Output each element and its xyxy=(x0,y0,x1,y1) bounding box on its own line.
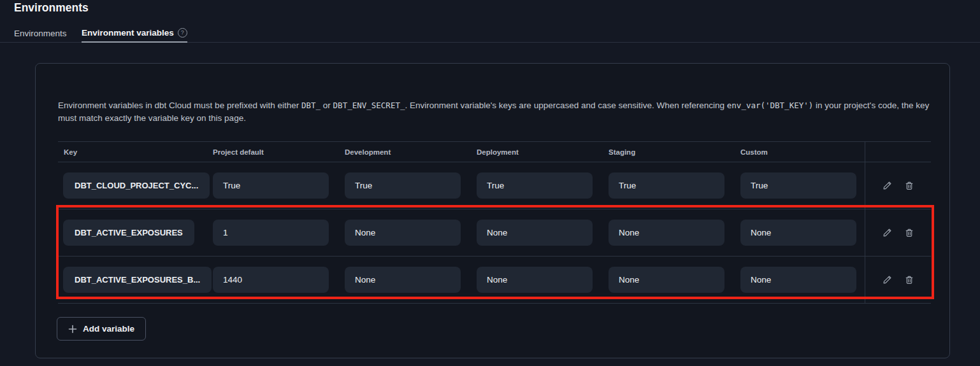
row-actions xyxy=(865,257,931,303)
delete-variable-button[interactable] xyxy=(903,179,916,192)
add-variable-label: Add variable xyxy=(83,324,134,334)
env-var-value-pill: 1440 xyxy=(213,267,329,293)
tab-environments-label: Environments xyxy=(14,29,67,38)
env-var-value-pill: None xyxy=(345,220,461,246)
column-header-key: Key xyxy=(58,142,213,162)
column-header-project-default: Project default xyxy=(213,142,345,162)
tab-environment-variables-label: Environment variables xyxy=(82,28,174,38)
table-header-row: Key Project default Development Deployme… xyxy=(58,141,931,162)
pencil-icon xyxy=(882,180,893,191)
env-var-key-pill: DBT_CLOUD_PROJECT_CYC... xyxy=(63,172,210,199)
description-part: . Environment variable's keys are upperc… xyxy=(405,101,726,110)
table-row: DBT_ACTIVE_EXPOSURES_B... 1440 None None… xyxy=(58,257,931,304)
code-env-var-reference: env_var('DBT_KEY') xyxy=(727,101,813,110)
table-row: DBT_CLOUD_PROJECT_CYC... True True True … xyxy=(58,162,931,209)
edit-variable-button[interactable] xyxy=(881,227,893,239)
delete-variable-button[interactable] xyxy=(903,227,916,239)
tab-bar: Environments Environment variables ? xyxy=(0,24,980,43)
row-actions xyxy=(865,162,931,209)
env-var-value-pill: None xyxy=(609,220,724,246)
environment-variables-table: Key Project default Development Deployme… xyxy=(58,141,931,304)
tab-environment-variables[interactable]: Environment variables ? xyxy=(82,24,187,43)
env-var-value-pill: 1 xyxy=(213,220,329,246)
delete-variable-button[interactable] xyxy=(903,274,916,286)
tab-environments[interactable]: Environments xyxy=(14,24,67,42)
description-part: or xyxy=(321,101,333,110)
env-var-value-pill: True xyxy=(213,172,329,199)
description-part: Environment variables in dbt Cloud must … xyxy=(58,101,301,110)
column-header-custom: Custom xyxy=(740,142,865,162)
add-variable-button[interactable]: Add variable xyxy=(57,317,146,341)
column-header-development: Development xyxy=(345,142,477,162)
edit-variable-button[interactable] xyxy=(881,274,893,286)
pencil-icon xyxy=(882,274,893,285)
env-var-value-pill: True xyxy=(740,172,856,199)
env-var-value-pill: True xyxy=(345,172,461,199)
env-var-value-pill: None xyxy=(477,267,593,293)
column-header-deployment: Deployment xyxy=(477,142,609,162)
code-dbt-env-secret-prefix: DBT_ENV_SECRET_ xyxy=(333,101,405,110)
description-text: Environment variables in dbt Cloud must … xyxy=(58,99,932,125)
edit-variable-button[interactable] xyxy=(881,179,893,192)
env-var-value-pill: None xyxy=(740,267,856,293)
env-var-key-pill: DBT_ACTIVE_EXPOSURES_B... xyxy=(63,267,212,293)
column-header-staging: Staging xyxy=(609,142,740,162)
env-var-value-pill: None xyxy=(345,267,461,293)
help-icon[interactable]: ? xyxy=(178,28,187,38)
env-var-key-pill: DBT_ACTIVE_EXPOSURES xyxy=(63,220,194,246)
trash-icon xyxy=(904,275,914,285)
code-dbt-prefix: DBT_ xyxy=(301,101,321,110)
env-var-value-pill: None xyxy=(477,220,593,246)
row-actions xyxy=(865,209,931,256)
table-row: DBT_ACTIVE_EXPOSURES 1 None None None No… xyxy=(58,209,931,257)
page-title: Environments xyxy=(14,0,89,15)
trash-icon xyxy=(904,181,914,191)
trash-icon xyxy=(904,228,914,238)
plus-icon xyxy=(68,325,77,334)
pencil-icon xyxy=(882,227,893,238)
environment-variables-card: Environment variables in dbt Cloud must … xyxy=(35,63,950,358)
env-var-value-pill: None xyxy=(609,267,724,293)
env-var-value-pill: True xyxy=(477,172,593,199)
env-var-value-pill: True xyxy=(609,172,724,199)
column-header-actions xyxy=(865,142,931,162)
env-var-value-pill: None xyxy=(740,220,856,246)
